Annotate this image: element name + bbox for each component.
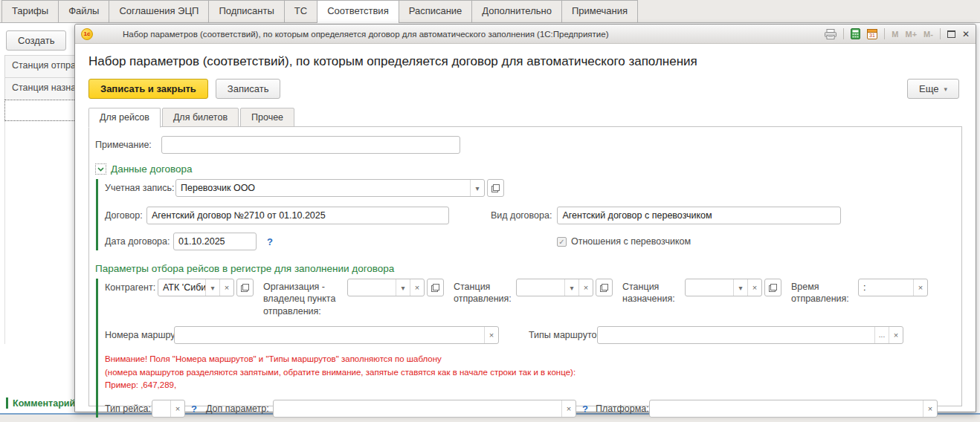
contract-type-cluster: Вид договора: Агентский договор с перево… <box>491 207 841 224</box>
tab-soglasheniya-ecp[interactable]: Соглашения ЭЦП <box>109 0 209 22</box>
contract-date-input[interactable]: 01.10.2025 <box>173 233 257 250</box>
trip-type-input[interactable]: × <box>152 400 185 418</box>
template-warning-text: Внимание! Поля "Номера маршрутов" и "Тип… <box>105 353 954 392</box>
filter-group: Контрагент: АТК 'Сибир ▾ × Организация -… <box>96 279 954 418</box>
tab-dlya-reysov[interactable]: Для рейсов <box>88 108 161 128</box>
org-owner-input[interactable]: ▾ × <box>347 279 425 296</box>
clear-icon[interactable]: × <box>219 279 233 296</box>
background-tab-strip: Тарифы Файлы Соглашения ЭЦП Подписанты Т… <box>0 0 980 23</box>
dropdown-icon[interactable]: ▾ <box>564 279 578 296</box>
open-form-icon <box>431 284 439 292</box>
clear-icon[interactable]: × <box>747 279 761 296</box>
dropdown-icon[interactable]: ▾ <box>470 180 484 196</box>
contract-date-row: Дата договора: 01.10.2025 ? ✓ Отношения … <box>105 233 954 250</box>
parameter-set-dialog: 1с Набор параметров (соответствий), по к… <box>74 24 976 412</box>
chevron-down-icon: ▾ <box>944 85 947 93</box>
save-and-close-button[interactable]: Записать и закрыть <box>88 79 208 99</box>
calculator-icon[interactable] <box>851 28 860 39</box>
clear-icon[interactable]: × <box>484 327 498 343</box>
more-button[interactable]: Еще ▾ <box>907 79 959 99</box>
destination-station-open-button[interactable] <box>764 279 781 296</box>
tab-prochee[interactable]: Прочее <box>240 108 294 127</box>
route-numbers-input[interactable]: × <box>174 326 499 344</box>
tab-podpisanty[interactable]: Подписанты <box>208 0 284 22</box>
tab-primechaniya[interactable]: Примечания <box>561 0 638 22</box>
open-form-icon <box>600 284 608 292</box>
comment-label: Комментарий <box>13 398 75 409</box>
calendar-icon[interactable]: 31 <box>867 28 877 39</box>
filter-row-3: Тип рейса: × ? Доп параметр: × ? Платфор… <box>105 400 954 418</box>
org-owner-open-button[interactable] <box>427 279 444 296</box>
help-icon[interactable]: ? <box>257 233 276 247</box>
contract-input[interactable]: Агентский договор №2710 от 01.10.2025 <box>146 207 449 224</box>
account-label: Учетная запись: <box>105 179 175 193</box>
print-icon[interactable] <box>825 29 836 39</box>
contract-group: Учетная запись: Перевозчик ООО ▾ Договор… <box>96 179 954 250</box>
contract-row: Договор: Агентский договор №2710 от 01.1… <box>105 207 954 224</box>
contract-section-header: Данные договора <box>95 163 954 175</box>
clear-icon[interactable]: × <box>889 327 903 343</box>
tab-fayly[interactable]: Файлы <box>58 0 109 22</box>
dropdown-icon[interactable]: ▾ <box>733 279 747 296</box>
clear-icon[interactable]: × <box>410 279 424 296</box>
contract-type-input[interactable]: Агентский договор с перевозчиком <box>557 207 841 224</box>
filter-section-header: Параметры отбора рейсов в регистре для з… <box>95 263 954 274</box>
open-form-icon <box>491 184 500 192</box>
dialog-titlebar[interactable]: 1с Набор параметров (соответствий), по к… <box>75 25 976 44</box>
tab-tarify[interactable]: Тарифы <box>1 0 59 22</box>
tab-ts[interactable]: ТС <box>284 0 317 22</box>
extra-param-input[interactable]: × <box>273 400 576 418</box>
warning-line-2: (номера маршрутов разделяются запятыми, … <box>105 366 954 380</box>
route-types-label: Типы маршрутов: <box>529 326 597 340</box>
help-icon[interactable]: ? <box>185 400 200 415</box>
dropdown-icon[interactable]: ▾ <box>396 279 410 296</box>
tab-dopolnitelno[interactable]: Дополнительно <box>471 0 562 22</box>
clear-icon[interactable]: × <box>578 279 593 296</box>
clear-icon[interactable]: × <box>170 400 184 417</box>
close-icon[interactable]: ✕ <box>962 29 970 39</box>
tab-raspisanie[interactable]: Расписание <box>399 0 473 22</box>
more-button-label: Еще <box>919 83 938 94</box>
clear-icon[interactable]: × <box>923 400 937 417</box>
warning-line-1: Внимание! Поля "Номера маршрутов" и "Тип… <box>105 353 954 366</box>
departure-station-input[interactable]: ▾ × <box>516 279 593 296</box>
memory-minus-button[interactable]: M- <box>923 30 933 39</box>
departure-station-open-button[interactable] <box>596 279 613 296</box>
open-form-icon <box>769 284 777 292</box>
account-input[interactable]: Перевозчик ООО ▾ <box>175 179 485 197</box>
titlebar-separator <box>884 28 885 39</box>
route-types-input[interactable]: ... × <box>597 326 903 344</box>
memory-plus-button[interactable]: M+ <box>906 30 918 39</box>
save-button[interactable]: Записать <box>216 79 281 99</box>
tab-sootvetstviya[interactable]: Соответствия <box>317 0 399 23</box>
filter-row-2: Номера маршрутов: × Типы маршрутов: ... … <box>105 326 954 344</box>
filter-section-title: Параметры отбора рейсов в регистре для з… <box>95 263 394 274</box>
memory-recall-button[interactable]: M <box>892 30 898 39</box>
contractor-label: Контрагент: <box>105 279 158 293</box>
dropdown-icon[interactable]: ▾ <box>205 279 219 296</box>
collapse-chevron-icon[interactable] <box>95 163 106 175</box>
platform-input[interactable]: × <box>649 400 938 418</box>
contract-label: Договор: <box>105 207 146 221</box>
destination-station-label: Станция назначения: <box>622 279 685 305</box>
page-title: Набор параметров (соответствий), по кото… <box>88 54 962 69</box>
help-icon[interactable]: ? <box>576 400 591 415</box>
create-button[interactable]: Создать <box>6 30 66 51</box>
clear-icon[interactable]: × <box>561 400 576 417</box>
tab-dlya-biletov[interactable]: Для билетов <box>162 108 239 127</box>
departure-time-label: Время отправления: <box>791 279 858 305</box>
clear-icon[interactable]: × <box>913 279 927 296</box>
maximize-icon[interactable] <box>947 30 955 38</box>
note-input[interactable] <box>161 136 460 154</box>
contract-section-title[interactable]: Данные договора <box>111 163 193 175</box>
destination-station-input[interactable]: ▾ × <box>685 279 762 296</box>
departure-time-input[interactable]: : × <box>858 279 928 296</box>
comment-group-bar <box>6 397 8 409</box>
ellipsis-icon[interactable]: ... <box>874 327 889 343</box>
extra-param-label: Доп параметр: <box>206 400 273 414</box>
account-open-button[interactable] <box>487 179 504 197</box>
contractor-input[interactable]: АТК 'Сибир ▾ × <box>158 279 234 296</box>
carrier-relation-checkbox[interactable]: ✓ <box>557 237 567 247</box>
contractor-open-button[interactable] <box>236 279 254 296</box>
tab-content-panel: Примечание: Данные договора Учетная запи… <box>88 126 962 406</box>
